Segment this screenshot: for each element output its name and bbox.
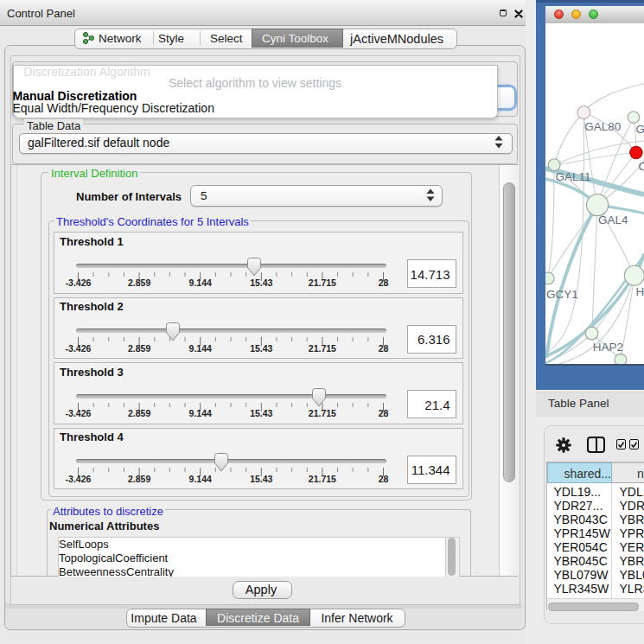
- svg-text:GAL11: GAL11: [556, 170, 591, 183]
- svg-text:GAL2: GAL2: [636, 123, 644, 136]
- svg-text:HAP2: HAP2: [593, 341, 623, 354]
- svg-text:GAL80: GAL80: [584, 120, 621, 133]
- svg-text:GAL4: GAL4: [598, 214, 628, 226]
- svg-text:HC: HC: [636, 284, 644, 297]
- svg-text:CDC: CDC: [639, 159, 644, 172]
- svg-text:GCY1: GCY1: [546, 287, 578, 300]
